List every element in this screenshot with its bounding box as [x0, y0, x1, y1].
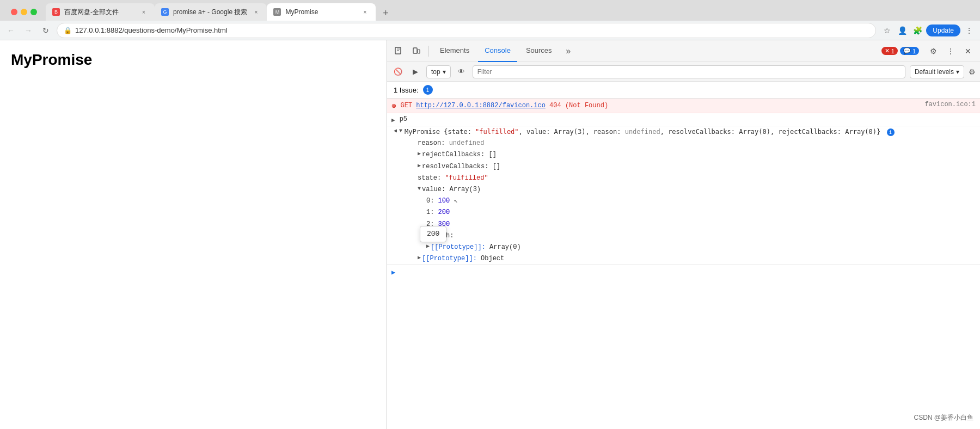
log-levels-selector[interactable]: Default levels ▾	[910, 65, 964, 78]
error-message: GET http://127.0.0.1:8882/favicon.ico 40…	[400, 101, 920, 111]
state-row: state: "fulfilled"	[387, 173, 980, 184]
proto-object-row: ▶ [[Prototype]]: Object	[387, 253, 980, 265]
tab-favicon-google: G	[161, 8, 169, 16]
url-lock-icon: 🔒	[64, 27, 72, 34]
tab-sources[interactable]: Sources	[519, 40, 559, 62]
window-maximize[interactable]	[30, 9, 37, 15]
error-url-link[interactable]: http://127.0.0.1:8882/favicon.ico	[416, 102, 546, 109]
message-badge: 💬 1	[900, 47, 919, 55]
tab-close-google[interactable]: ×	[252, 8, 260, 16]
device-toolbar-icon[interactable]	[409, 44, 424, 59]
info-icon[interactable]: i	[887, 128, 895, 136]
menu-button[interactable]: ⋮	[963, 24, 976, 37]
eye-icon[interactable]: 👁	[455, 65, 468, 78]
tab-mypromise[interactable]: M MyPromise ×	[267, 3, 376, 21]
console-output: ⊗ GET http://127.0.0.1:8882/favicon.ico …	[387, 99, 980, 429]
expand-value-icon[interactable]: ▼	[418, 185, 421, 193]
inspect-element-icon[interactable]	[391, 44, 407, 59]
extension-icon[interactable]: 🧩	[911, 24, 924, 37]
devtools-panel: Elements Console Sources » ✕ 1 💬	[387, 40, 980, 429]
tab-google[interactable]: G promise a+ - Google 搜索 ×	[155, 3, 267, 21]
issue-count-badge: 1	[423, 85, 433, 95]
error-circle-icon: ⊗	[391, 101, 396, 111]
console-log-p5: ▶ p5	[387, 113, 980, 126]
tab-baidu[interactable]: B 百度网盘-全部文件 ×	[46, 3, 155, 21]
resolve-callbacks-row: ▶ resolveCallbacks: []	[387, 161, 980, 173]
window-close[interactable]	[11, 9, 17, 15]
tab-title-mypromise: MyPromise	[285, 8, 356, 16]
profile-icon[interactable]: 👤	[896, 24, 909, 37]
tab-close-baidu[interactable]: ×	[139, 8, 148, 16]
tab-favicon-baidu: B	[52, 8, 60, 16]
reload-button[interactable]: ↻	[39, 24, 52, 37]
reason-row: reason: undefined	[387, 138, 980, 149]
tab-console[interactable]: Console	[478, 40, 517, 62]
object-header-text: MyPromise {state: "fulfilled", value: Ar…	[405, 127, 894, 137]
tab-title-google: promise a+ - Google 搜索	[173, 8, 247, 17]
console-settings-icon[interactable]: ⚙	[969, 68, 976, 76]
url-text: 127.0.0.1:8882/questions-demo/MyPromise.…	[75, 26, 228, 34]
context-chevron-icon: ▾	[443, 68, 446, 76]
proto-array-row: ▶ [[Prototype]]: Array(0)	[387, 242, 980, 253]
update-button[interactable]: Update	[926, 24, 960, 36]
object-tree: ◀ ▼ MyPromise {state: "fulfilled", value…	[387, 126, 980, 265]
expand-resolve-icon[interactable]: ▶	[418, 162, 421, 170]
value-row: ▼ value: Array(3)	[387, 184, 980, 195]
more-tabs-button[interactable]: »	[561, 44, 576, 59]
page-title: MyPromise	[11, 51, 376, 69]
devtools-close-icon[interactable]: ✕	[960, 44, 976, 59]
expand-arrow-p5[interactable]: ▶	[391, 117, 395, 124]
levels-chevron-icon: ▾	[956, 68, 959, 76]
tab-title-baidu: 百度网盘-全部文件	[64, 8, 135, 17]
array-item-0: 0: 100 ↖	[387, 195, 980, 207]
devtools-settings-icon[interactable]: ⚙	[926, 44, 941, 59]
prompt-arrow-icon: ▶	[391, 268, 395, 277]
filter-input[interactable]	[473, 65, 905, 78]
array-item-2: 2: 300	[387, 219, 980, 230]
context-selector[interactable]: top ▾	[426, 65, 451, 78]
error-source: favicon.ico:1	[924, 101, 976, 108]
expand-arrow-object[interactable]: ▼	[399, 127, 402, 136]
url-bar[interactable]: 🔒 127.0.0.1:8882/questions-demo/MyPromis…	[57, 23, 876, 38]
tab-elements[interactable]: Elements	[433, 40, 476, 62]
object-header-row: ◀ ▼ MyPromise {state: "fulfilled", value…	[387, 126, 980, 138]
error-badge: ✕ 1	[881, 47, 898, 55]
tab-close-mypromise[interactable]: ×	[360, 8, 369, 16]
reject-callbacks-row: ▶ rejectCallbacks: []	[387, 149, 980, 161]
array-length-row: length: 200	[387, 230, 980, 242]
new-tab-button[interactable]: +	[378, 5, 393, 21]
console-error-row: ⊗ GET http://127.0.0.1:8882/favicon.ico …	[387, 99, 980, 113]
clear-console-icon[interactable]: 🚫	[391, 65, 405, 78]
svg-rect-2	[418, 50, 420, 53]
expand-reject-icon[interactable]: ▶	[418, 150, 421, 158]
bookmark-button[interactable]: ☆	[880, 24, 893, 37]
expand-proto-array-icon[interactable]: ▶	[426, 242, 430, 251]
back-arrow-icon[interactable]: ◀	[394, 127, 397, 136]
page-content-area: MyPromise	[0, 40, 387, 429]
svg-rect-1	[413, 48, 417, 53]
watermark: CSDN @姜香小白鱼	[914, 413, 973, 422]
cursor-icon: ↖	[454, 196, 457, 206]
play-icon[interactable]: ▶	[409, 65, 422, 78]
devtools-more-icon[interactable]: ⋮	[943, 44, 958, 59]
back-button[interactable]: ←	[4, 24, 17, 37]
forward-button[interactable]: →	[22, 24, 35, 37]
expand-proto-object-icon[interactable]: ▶	[418, 254, 421, 262]
console-input[interactable]	[399, 269, 976, 277]
issue-bar[interactable]: 1 Issue: 1	[387, 82, 980, 99]
window-minimize[interactable]	[21, 9, 27, 15]
array-item-1: 1: 200	[387, 207, 980, 218]
tab-favicon-mypromise: M	[273, 8, 281, 16]
console-prompt: ▶	[387, 265, 980, 280]
